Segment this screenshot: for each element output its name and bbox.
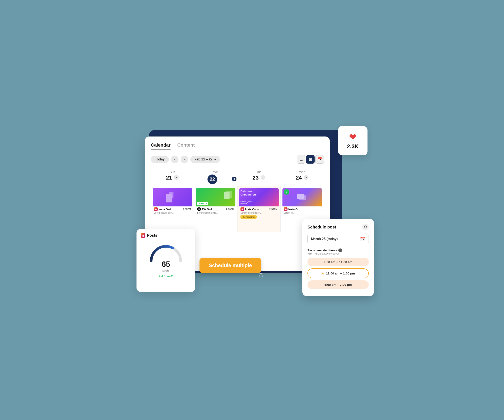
post-sun-time: 2:30PM	[183, 208, 191, 210]
day-name-mon: Mon	[195, 170, 236, 174]
day-name-tue: Tue	[238, 170, 280, 174]
likes-count: 2.3K	[347, 143, 359, 150]
chevron-down-icon: ▾	[214, 157, 216, 162]
schedule-panel-header: Schedule post ⚙	[307, 224, 369, 230]
instagram-icon: ◉	[154, 207, 158, 211]
day-header-wed: Wed 24 3	[281, 169, 324, 186]
posts-card-header: ◉ Posts	[141, 233, 191, 238]
post-sun-title: Insta Owl	[159, 208, 171, 211]
day-count-wed: 3	[304, 175, 308, 180]
day-name-sun: Sun	[152, 170, 193, 174]
instagram-icon-3: ◉	[284, 207, 288, 211]
stack-badge-wed: 3	[284, 189, 289, 195]
posts-from: ↗ 4 from 61	[141, 275, 191, 278]
day-num-wed: 24	[296, 174, 302, 181]
day-name-wed: Wed	[281, 170, 323, 174]
calendar-tabs: Calendar Content	[151, 142, 324, 150]
grid-view-button[interactable]: ⊞	[306, 155, 315, 164]
day-cell-tue: Debt-free.Unbothered. It feels good.Be t…	[237, 186, 281, 232]
view-buttons: ☰ ⊞ 📅	[297, 155, 324, 164]
date-input[interactable]: March 25 (today) 📅	[307, 234, 369, 244]
post-sun-1[interactable]: ◉ Insta Owl 2:30PM Lorem ipsum dolr...	[153, 188, 192, 215]
post-mon-time: 2:30PM	[226, 208, 234, 210]
calendar-grid: Sun 21 1 Mon 22 3 Tue 23 1	[151, 169, 324, 232]
today-button[interactable]: Today	[151, 156, 169, 163]
schedule-multiple-wrapper: Schedule multiple ☞	[199, 258, 261, 273]
svg-rect-3	[226, 191, 232, 198]
month-view-button[interactable]: 📅	[315, 155, 324, 164]
post-wed-title: Insta O…	[288, 208, 300, 211]
time-slot-1[interactable]: 9:00 am – 11:00 am	[307, 258, 369, 266]
svg-rect-5	[299, 195, 306, 200]
star-icon: ★	[321, 271, 324, 275]
calendar-icon: 📅	[360, 236, 365, 241]
post-tue-title: Insta Owls	[245, 208, 259, 211]
posts-sublabel: posts	[141, 269, 191, 272]
gauge-container	[147, 241, 185, 262]
day-header-mon: Mon 22 3	[194, 169, 237, 186]
info-icon: i	[338, 248, 342, 252]
next-button[interactable]: ›	[180, 156, 188, 163]
post-sun-desc: Lorem ipsum dolr...	[154, 211, 191, 214]
pending-badge: ⚠ Pending	[240, 215, 257, 219]
svg-rect-1	[169, 192, 174, 198]
schedule-panel-title: Schedule post	[307, 225, 336, 229]
post-tue-desc: Lorem ipsum dolre...	[240, 211, 277, 214]
gear-icon[interactable]: ⚙	[362, 224, 369, 230]
timezone-label: (GMT-7) Canada/Vancouver	[307, 252, 369, 255]
time-slot-3[interactable]: 5:00 pm – 7:00 pm	[307, 280, 369, 289]
heart-icon: ❤	[349, 132, 357, 142]
tab-calendar[interactable]: Calendar	[151, 142, 170, 150]
list-view-button[interactable]: ☰	[297, 155, 305, 164]
day-count-sun: 1	[174, 175, 179, 180]
post-mon-1[interactable]: SOMOS ✕ TW Owl 2:30PM Lorem ipsum dolre.…	[196, 188, 235, 215]
time-slot-2[interactable]: ★ 11:00 am – 1:00 pm	[307, 268, 369, 278]
day-num-tue: 23	[253, 174, 259, 181]
day-cell-sun: ◉ Insta Owl 2:30PM Lorem ipsum dolr...	[151, 186, 194, 232]
day-num-sun: 21	[166, 174, 172, 181]
post-tue-time: 2:30PM	[269, 208, 277, 210]
day-cell-mon: SOMOS ✕ TW Owl 2:30PM Lorem ipsum dolre.…	[194, 186, 237, 232]
day-count-mon: 3	[232, 177, 236, 181]
instagram-icon-2: ◉	[240, 207, 244, 211]
tab-content[interactable]: Content	[177, 142, 195, 150]
day-header-sun: Sun 21 1	[151, 169, 194, 186]
posts-card: ◉ Posts 65 posts ↗ 4 from 61	[137, 229, 195, 292]
likes-card: ❤ 2.3K	[338, 126, 367, 156]
date-range-button[interactable]: Feb 21 – 27 ▾	[190, 156, 220, 163]
calendar-toolbar: Today ‹ › Feb 21 – 27 ▾ ☰ ⊞ 📅	[151, 155, 324, 164]
day-num-mon: 22	[207, 174, 217, 184]
recommended-times-label: Recommended times i	[307, 248, 369, 252]
twitter-icon: ✕	[197, 207, 201, 211]
post-mon-title: TW Owl	[202, 208, 212, 211]
schedule-post-panel: Schedule post ⚙ March 25 (today) 📅 Recom…	[302, 219, 374, 296]
day-header-tue: Tue 23 1	[237, 169, 281, 186]
schedule-multiple-button[interactable]: Schedule multiple	[199, 258, 261, 273]
instagram-logo: ◉	[141, 233, 145, 238]
post-tue-1[interactable]: Debt-free.Unbothered. It feels good.Be t…	[239, 188, 279, 220]
day-count-tue: 1	[261, 175, 265, 180]
post-mon-desc: Lorem ipsum dolre...	[197, 211, 234, 214]
posts-label: Posts	[147, 233, 157, 238]
prev-button[interactable]: ‹	[171, 156, 179, 163]
date-value: March 25 (today)	[311, 237, 338, 241]
scene: ❤ 2.3K Calendar Content Today ‹ › Feb 21…	[137, 124, 367, 296]
post-wed-desc: Lorem ip...	[284, 211, 321, 214]
